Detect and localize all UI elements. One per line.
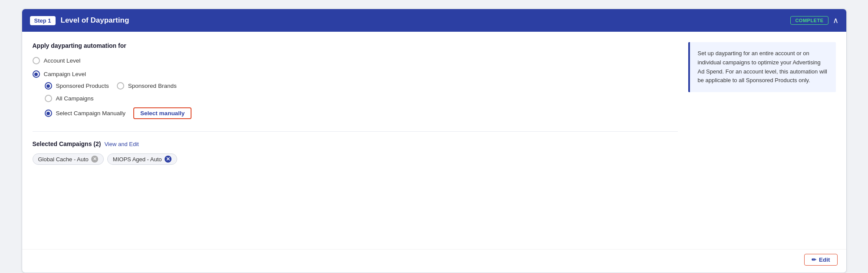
- edit-label: Edit: [819, 256, 830, 263]
- campaign-tag-name-0: Global Cache - Auto: [38, 156, 89, 163]
- campaign-tag-1: MIOPS Aged - Auto ✕: [107, 153, 177, 165]
- edit-icon: ✏: [812, 256, 816, 263]
- radio-sponsored-products[interactable]: Sponsored Products: [45, 82, 109, 90]
- radio-label-all-campaigns: All Campaigns: [56, 95, 94, 102]
- radio-label-select-manually: Select Campaign Manually: [56, 110, 126, 117]
- complete-badge: COMPLETE: [790, 16, 828, 25]
- tag-add-1[interactable]: ✕: [165, 156, 172, 163]
- selected-campaigns-header: Selected Campaigns (2) View and Edit: [33, 140, 678, 147]
- selected-campaigns-section: Selected Campaigns (2) View and Edit Glo…: [33, 131, 678, 165]
- footer-row: ✏ Edit: [22, 249, 846, 273]
- info-panel: Set up dayparting for an entire account …: [688, 42, 836, 92]
- left-section: Apply dayparting automation for Account …: [33, 42, 678, 239]
- campaign-type-group: Sponsored Products Sponsored Brands All …: [45, 82, 678, 119]
- radio-circle-sponsored-brands: [117, 82, 124, 90]
- radio-label-sponsored-brands: Sponsored Brands: [128, 83, 177, 89]
- radio-label-sponsored-products: Sponsored Products: [56, 83, 109, 89]
- step-badge: Step 1: [30, 16, 56, 25]
- radio-circle-all-campaigns: [45, 95, 52, 102]
- radio-campaign-level[interactable]: Campaign Level: [33, 70, 678, 78]
- header-title: Level of Dayparting: [61, 16, 129, 25]
- select-manually-button[interactable]: Select manually: [133, 107, 191, 119]
- edit-button[interactable]: ✏ Edit: [804, 254, 838, 266]
- campaign-tag-0: Global Cache - Auto ✕: [33, 153, 104, 165]
- radio-circle-select-manually: [45, 110, 52, 117]
- tag-remove-0[interactable]: ✕: [91, 156, 98, 163]
- radio-circle-campaign: [33, 70, 40, 78]
- collapse-button[interactable]: ∧: [833, 17, 838, 24]
- radio-select-manually[interactable]: Select Campaign Manually: [45, 110, 126, 117]
- radio-all-campaigns[interactable]: All Campaigns: [45, 95, 678, 102]
- radio-circle-sponsored-products: [45, 82, 52, 90]
- radio-label-account: Account Level: [44, 57, 81, 64]
- radio-label-campaign: Campaign Level: [44, 71, 86, 77]
- campaign-tags: Global Cache - Auto ✕ MIOPS Aged - Auto …: [33, 153, 678, 165]
- selected-campaigns-title: Selected Campaigns (2): [33, 140, 101, 147]
- radio-sponsored-brands[interactable]: Sponsored Brands: [117, 82, 177, 90]
- main-card: Step 1 Level of Dayparting COMPLETE ∧ Ap…: [22, 9, 847, 273]
- radio-circle-account: [33, 57, 40, 64]
- top-level-radio-group: Account Level Campaign Level: [33, 57, 678, 78]
- header-left: Step 1 Level of Dayparting: [30, 16, 129, 25]
- view-edit-link[interactable]: View and Edit: [104, 141, 139, 147]
- header-right: COMPLETE ∧: [790, 16, 838, 25]
- sponsored-type-row: Sponsored Products Sponsored Brands: [45, 82, 678, 90]
- select-manual-row: Select Campaign Manually Select manually: [45, 107, 678, 119]
- section-title: Apply dayparting automation for: [33, 42, 678, 49]
- card-body: Apply dayparting automation for Account …: [22, 32, 846, 249]
- radio-account-level[interactable]: Account Level: [33, 57, 678, 64]
- info-panel-text: Set up dayparting for an entire account …: [698, 50, 827, 83]
- card-header: Step 1 Level of Dayparting COMPLETE ∧: [22, 9, 846, 32]
- campaign-tag-name-1: MIOPS Aged - Auto: [113, 156, 162, 163]
